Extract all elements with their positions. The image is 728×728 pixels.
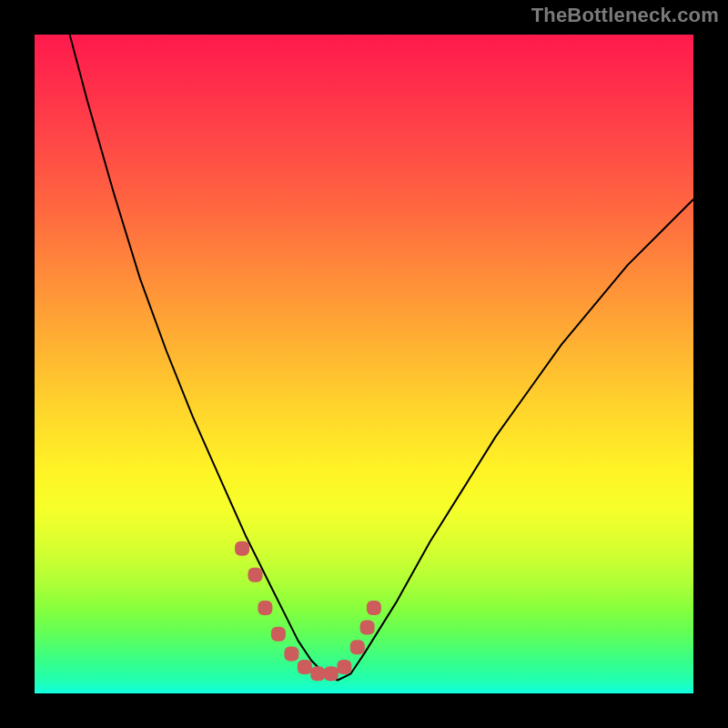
gradient-plot-background bbox=[35, 35, 693, 693]
chart-frame: TheBottleneck.com bbox=[0, 0, 728, 728]
watermark-text: TheBottleneck.com bbox=[531, 4, 719, 27]
